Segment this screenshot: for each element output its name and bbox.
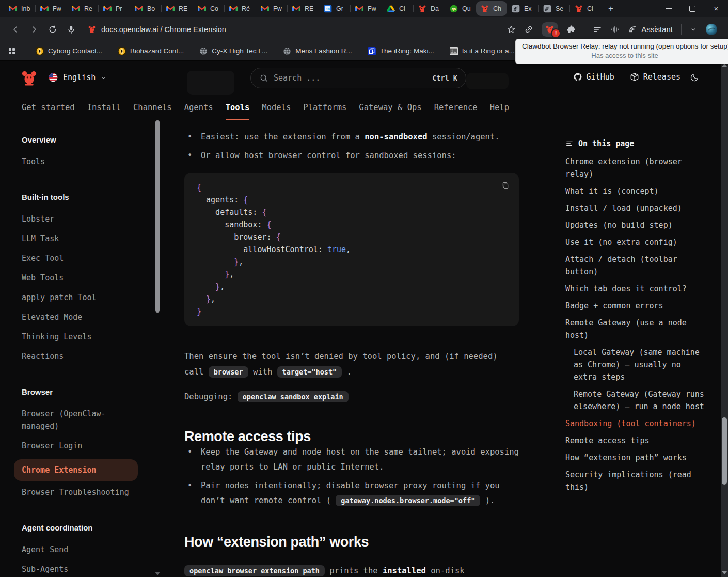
nav-item-platforms[interactable]: Platforms (303, 96, 346, 119)
voice-wave-icon[interactable] (610, 25, 620, 34)
tab[interactable]: Da (414, 0, 445, 17)
maximize-button[interactable] (680, 0, 704, 17)
nav-item-install[interactable]: Install (87, 96, 121, 119)
nav-item-reference[interactable]: Reference (434, 96, 478, 119)
toc-item-security-implications-read-this-[interactable]: Security implications (read this) (565, 469, 705, 493)
toc-item-what-it-is-concept-[interactable]: What it is (concept) (565, 185, 705, 197)
tab[interactable]: Fw (256, 0, 287, 17)
tab[interactable]: Ré (225, 0, 256, 17)
microphone-icon[interactable] (62, 25, 81, 34)
extensions-puzzle-icon[interactable] (566, 25, 576, 34)
tab[interactable]: RE (288, 0, 319, 17)
tab[interactable]: Se (539, 0, 569, 17)
toc-item-sandboxing-tool-containers-[interactable]: Sandboxing (tool containers) (565, 417, 705, 430)
bookmark[interactable]: Biohazard Cont... (118, 47, 184, 55)
nav-item-models[interactable]: Models (262, 96, 291, 119)
back-icon[interactable] (6, 25, 25, 34)
tab[interactable]: Co (193, 0, 224, 17)
address-bar[interactable]: docs.openclaw.ai / Chrome Extension (88, 25, 226, 34)
tab-active[interactable]: Ch (476, 1, 507, 16)
new-tab-button[interactable]: + (604, 0, 618, 17)
toc-item-use-it-no-extra-config-[interactable]: Use it (no extra config) (565, 236, 705, 248)
sidebar-item-elevated-mode[interactable]: Elevated Mode (14, 311, 138, 323)
dark-mode-moon-icon[interactable] (690, 73, 699, 82)
github-link[interactable]: GitHub (573, 72, 614, 82)
releases-link[interactable]: Releases (630, 72, 680, 82)
sidebar-item-browser-openclaw-managed-[interactable]: Browser (OpenClaw-managed) (14, 408, 138, 432)
sidebar-item-thinking-levels[interactable]: Thinking Levels (14, 331, 138, 343)
bookmark[interactable]: The iRing: Maki... (368, 47, 434, 55)
sidebar-item-browser-troubleshooting[interactable]: Browser Troubleshooting (14, 486, 138, 498)
assistant-button[interactable]: Assistant (628, 25, 673, 34)
page-scrollbar[interactable] (721, 61, 728, 577)
close-button[interactable]: × (704, 0, 728, 17)
tab[interactable]: Fw (351, 0, 382, 17)
sidebar-scroll-down-icon[interactable] (155, 572, 160, 575)
reload-icon[interactable] (43, 25, 62, 34)
nav-item-gateway-ops[interactable]: Gateway & Ops (359, 96, 421, 119)
tab[interactable]: Bo (130, 0, 161, 17)
openclaw-logo-icon[interactable] (21, 70, 38, 87)
sidebar-item-tools[interactable]: Tools (14, 155, 138, 168)
forward-icon[interactable] (25, 25, 43, 34)
toc-item-how-extension-path-works[interactable]: How “extension path” works (565, 451, 705, 464)
nav-item-channels[interactable]: Channels (133, 96, 172, 119)
tab-label: Ex (524, 5, 532, 12)
bookmark[interactable]: Cyborg Contact... (36, 47, 102, 55)
bookmark[interactable]: Cy-X High Tec F... (199, 47, 267, 55)
browser-window: InbFwRePrBoRECoRéFwRE18GrFwClDaqbQuChExS… (0, 0, 728, 577)
tab[interactable]: Fw (36, 0, 67, 17)
sidebar-item-apply-patch-tool[interactable]: apply_patch Tool (14, 291, 138, 304)
tab[interactable]: Cl (382, 0, 413, 17)
tab[interactable]: Re (67, 0, 98, 17)
nav-item-tools[interactable]: Tools (226, 96, 250, 119)
sidebar-item-web-tools[interactable]: Web Tools (14, 272, 138, 284)
toc-item-remote-access-tips[interactable]: Remote access tips (565, 434, 705, 447)
paragraph: Debugging: openclaw sandbox explain (184, 389, 519, 405)
bookmark[interactable]: Is it a Ring or a... (450, 47, 515, 55)
sidebar-item-lobster[interactable]: Lobster (14, 213, 138, 225)
scroll-down-icon[interactable] (722, 571, 727, 574)
tab[interactable]: RE (162, 0, 193, 17)
sidebar-item-browser-login[interactable]: Browser Login (14, 440, 138, 452)
toc-item-remote-gateway-use-a-node-host-[interactable]: Remote Gateway (use a node host) (565, 317, 705, 341)
nav-item-agents[interactable]: Agents (184, 96, 213, 119)
profile-avatar[interactable] (705, 23, 718, 36)
sidebar-item-chrome-extension[interactable]: Chrome Extension (14, 459, 138, 481)
toc-item-attach-detach-toolbar-button-[interactable]: Attach / detach (toolbar button) (565, 253, 705, 278)
bookmark[interactable]: Mens Fashion R... (283, 47, 352, 55)
minimize-button[interactable] (657, 0, 680, 17)
relay-extension-button[interactable]: ! (542, 22, 558, 37)
toc-item-install-load-unpacked-[interactable]: Install / load (unpacked) (565, 202, 705, 214)
toc-item-badge-common-errors[interactable]: Badge + common errors (565, 300, 705, 312)
language-selector[interactable]: English (48, 72, 107, 83)
toc-item-chrome-extension-browser-relay-[interactable]: Chrome extension (browser relay) (565, 155, 705, 180)
nav-item-get-started[interactable]: Get started (22, 96, 75, 119)
url-text[interactable]: docs.openclaw.ai / Chrome Extension (101, 25, 226, 34)
copy-link-icon[interactable] (524, 25, 533, 34)
sidebar-item-exec-tool[interactable]: Exec Tool (14, 252, 138, 264)
apps-grid-icon[interactable] (7, 46, 17, 56)
tab[interactable]: 18Gr (319, 0, 350, 17)
nav-item-help[interactable]: Help (490, 96, 509, 119)
toc-item-updates-no-build-step-[interactable]: Updates (no build step) (565, 219, 705, 231)
tab[interactable]: Inb (4, 0, 35, 17)
search-input[interactable]: Search ... Ctrl K (250, 68, 466, 88)
sidebar-item-reactions[interactable]: Reactions (14, 350, 138, 363)
toc-item-which-tab-does-it-control-[interactable]: Which tab does it control? (565, 283, 705, 295)
tab[interactable]: Ex (507, 0, 538, 17)
tab[interactable]: Pr (99, 0, 130, 17)
toc-item-local-gateway-same-machine-as-chrome-usu[interactable]: Local Gateway (same machine as Chrome) —… (565, 346, 705, 383)
sidebar-item-agent-send[interactable]: Agent Send (14, 543, 138, 556)
toc-item-remote-gateway-gateway-runs-elsewhere-ru[interactable]: Remote Gateway (Gateway runs elsewhere) … (565, 388, 705, 413)
sidebar-item-llm-task[interactable]: LLM Task (14, 232, 138, 245)
tab[interactable]: Cl (570, 0, 601, 17)
chevron-down-icon[interactable] (690, 26, 697, 33)
sidebar-item-sub-agents[interactable]: Sub-Agents (14, 563, 138, 575)
reading-list-icon[interactable] (593, 25, 602, 34)
bookmark-star-icon[interactable] (507, 25, 516, 34)
page-scrollbar-thumb[interactable] (722, 417, 727, 485)
tab[interactable]: qbQu (445, 0, 476, 17)
copy-code-icon[interactable] (500, 180, 511, 191)
sidebar-scrollbar-thumb[interactable] (155, 120, 160, 313)
